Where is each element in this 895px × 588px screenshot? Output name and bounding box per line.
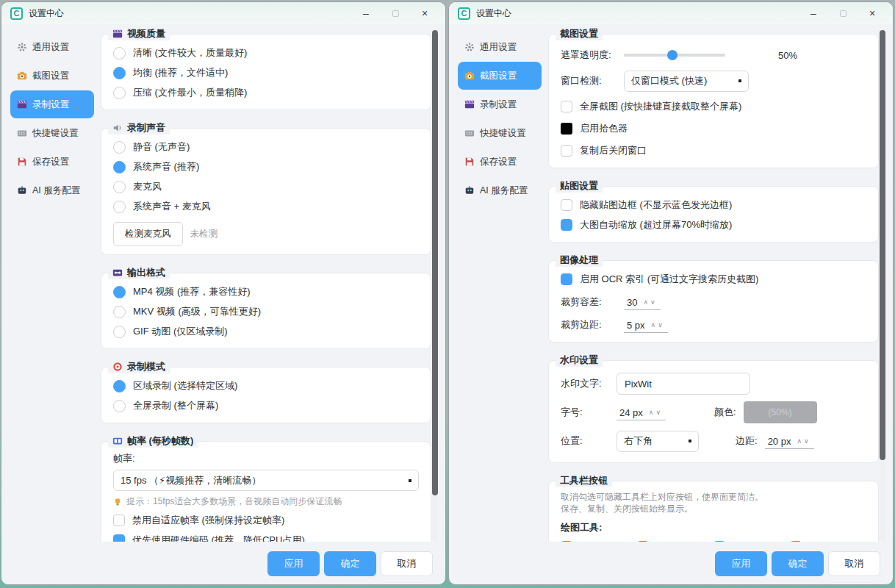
sidebar-item-general[interactable]: 通用设置 bbox=[458, 33, 542, 61]
radio-icon[interactable] bbox=[113, 87, 126, 99]
crop-tolerance-stepper[interactable]: 30∧∨ bbox=[624, 295, 661, 310]
scrollbar-thumb[interactable] bbox=[432, 30, 438, 495]
checkbox-icon[interactable] bbox=[113, 514, 125, 526]
margin-stepper[interactable]: 20 px∧∨ bbox=[765, 434, 814, 449]
checkbox-icon-checked[interactable] bbox=[790, 541, 802, 542]
radio-option[interactable]: 压缩 (文件最小，质量稍降) bbox=[113, 84, 419, 101]
sidebar-item-ai-services[interactable]: AI 服务配置 bbox=[458, 176, 542, 204]
ok-button[interactable]: 确定 bbox=[324, 551, 376, 576]
position-select[interactable]: 右下角 bbox=[617, 431, 699, 452]
apply-button[interactable]: 应用 bbox=[267, 551, 320, 576]
radio-icon[interactable] bbox=[113, 141, 126, 154]
sidebar-item-screenshot[interactable]: 截图设置 bbox=[458, 62, 542, 90]
radio-option[interactable]: 均衡 (推荐，文件适中) bbox=[113, 64, 419, 82]
checkbox-option[interactable]: 禁用自适应帧率 (强制保持设定帧率) bbox=[113, 512, 419, 529]
detect-microphone-button[interactable]: 检测麦克风 bbox=[113, 222, 183, 246]
radio-icon-selected[interactable] bbox=[113, 161, 126, 173]
radio-option[interactable]: 区域录制 (选择特定区域) bbox=[113, 377, 419, 395]
checkbox-option[interactable]: 优先使用硬件编码 (推荐，降低CPU占用) bbox=[113, 531, 419, 542]
radio-option[interactable]: GIF 动图 (仅区域录制) bbox=[113, 323, 419, 340]
radio-option[interactable]: 麦克风 bbox=[113, 178, 419, 196]
slider-thumb[interactable] bbox=[667, 50, 677, 60]
watermark-color-button[interactable]: (50%) bbox=[744, 401, 817, 423]
radio-option[interactable]: 系统声音 (推荐) bbox=[113, 158, 419, 176]
sidebar-item-save[interactable]: 保存设置 bbox=[10, 148, 94, 176]
vertical-scrollbar[interactable] bbox=[880, 29, 885, 540]
color-swatch[interactable] bbox=[561, 123, 572, 135]
checkbox-icon-checked[interactable] bbox=[113, 534, 125, 542]
checkbox-option[interactable]: 隐藏贴图边框 (不显示蓝色发光边框) bbox=[561, 196, 866, 214]
tool-checkbox-arrow[interactable]: 箭头 bbox=[561, 540, 637, 542]
checkbox-icon-checked[interactable] bbox=[561, 219, 572, 231]
checkbox-icon[interactable] bbox=[561, 199, 572, 211]
apply-button[interactable]: 应用 bbox=[715, 551, 767, 576]
sidebar-item-save[interactable]: 保存设置 bbox=[458, 148, 542, 176]
radio-option[interactable]: MP4 视频 (推荐，兼容性好) bbox=[113, 283, 419, 301]
window-detect-select[interactable]: 仅窗口模式 (快速) bbox=[624, 71, 749, 92]
tool-checkbox-rectangle[interactable]: 矩形 bbox=[714, 540, 790, 542]
checkbox-option[interactable]: 启用 OCR 索引 (可通过文字搜索历史截图) bbox=[561, 270, 866, 288]
checkbox-icon[interactable] bbox=[561, 101, 572, 112]
minimize-button[interactable]: – bbox=[351, 3, 381, 24]
spin-up-icon[interactable]: ∧ bbox=[651, 321, 658, 329]
close-button[interactable]: × bbox=[858, 3, 887, 24]
radio-icon[interactable] bbox=[113, 47, 126, 60]
tool-checkbox-pen[interactable]: 画笔 bbox=[637, 540, 714, 542]
checkbox-icon-checked[interactable] bbox=[637, 541, 649, 542]
section-title: 帧率 (每秒帧数) bbox=[108, 434, 198, 448]
titlebar[interactable]: C 设置中心 – × bbox=[1, 2, 445, 24]
spin-down-icon[interactable]: ∨ bbox=[804, 437, 811, 445]
radio-icon[interactable] bbox=[113, 181, 126, 193]
spin-up-icon[interactable]: ∧ bbox=[797, 437, 804, 445]
radio-icon-selected[interactable] bbox=[113, 67, 126, 79]
vertical-scrollbar[interactable] bbox=[432, 29, 438, 540]
radio-icon[interactable] bbox=[113, 201, 126, 213]
radio-option[interactable]: MKV 视频 (高级，可靠性更好) bbox=[113, 303, 419, 320]
radio-icon[interactable] bbox=[113, 326, 126, 338]
radio-option[interactable]: 全屏录制 (整个屏幕) bbox=[113, 397, 419, 415]
mask-opacity-slider[interactable] bbox=[624, 54, 725, 57]
radio-icon-selected[interactable] bbox=[113, 380, 126, 392]
radio-option[interactable]: 清晰 (文件较大，质量最好) bbox=[113, 44, 419, 62]
framerate-select[interactable]: 15 fps （⚡视频推荐，清晰流畅） bbox=[113, 470, 419, 491]
cancel-button[interactable]: 取消 bbox=[381, 551, 433, 576]
scrollbar-thumb[interactable] bbox=[880, 30, 885, 460]
ok-button[interactable]: 确定 bbox=[772, 551, 824, 576]
checkbox-icon-checked[interactable] bbox=[714, 541, 725, 542]
tool-checkbox-circle[interactable]: 圆形 bbox=[790, 540, 866, 542]
color-picker-option[interactable]: 启用拾色器 bbox=[561, 120, 866, 137]
radio-icon[interactable] bbox=[113, 400, 126, 412]
cancel-button[interactable]: 取消 bbox=[828, 551, 880, 576]
checkbox-icon-checked[interactable] bbox=[561, 541, 572, 542]
sidebar-item-screenshot[interactable]: 截图设置 bbox=[10, 62, 94, 90]
spin-down-icon[interactable]: ∨ bbox=[658, 321, 665, 329]
radio-icon-selected[interactable] bbox=[113, 286, 126, 298]
radio-option[interactable]: 静音 (无声音) bbox=[113, 138, 419, 156]
sidebar-item-recording[interactable]: 录制设置 bbox=[458, 90, 542, 118]
spin-up-icon[interactable]: ∧ bbox=[643, 298, 650, 306]
checkbox-option[interactable]: 大图自动缩放 (超过屏幕70%时缩放) bbox=[561, 216, 866, 234]
checkbox-icon-checked[interactable] bbox=[561, 273, 572, 285]
minimize-button[interactable]: – bbox=[799, 3, 828, 24]
radio-option[interactable]: 系统声音 + 麦克风 bbox=[113, 198, 419, 215]
titlebar[interactable]: C 设置中心 – × bbox=[449, 2, 893, 24]
font-size-stepper[interactable]: 24 px∧∨ bbox=[617, 405, 666, 420]
close-button[interactable]: × bbox=[410, 3, 439, 24]
spin-down-icon[interactable]: ∨ bbox=[655, 409, 663, 416]
checkbox-option[interactable]: 全屏截图 (按快捷键直接截取整个屏幕) bbox=[561, 98, 866, 115]
sidebar-item-label: 快捷键设置 bbox=[480, 127, 526, 140]
radio-icon[interactable] bbox=[113, 306, 126, 318]
checkbox-icon[interactable] bbox=[561, 145, 572, 157]
maximize-button[interactable] bbox=[828, 3, 858, 24]
sidebar-item-hotkeys[interactable]: 快捷键设置 bbox=[10, 119, 94, 147]
maximize-button[interactable] bbox=[381, 3, 410, 24]
spin-down-icon[interactable]: ∨ bbox=[650, 298, 658, 306]
checkbox-option[interactable]: 复制后关闭窗口 bbox=[561, 142, 866, 159]
sidebar-item-ai-services[interactable]: AI 服务配置 bbox=[10, 176, 94, 204]
crop-margin-stepper[interactable]: 5 px∧∨ bbox=[624, 318, 668, 333]
spin-up-icon[interactable]: ∧ bbox=[649, 409, 656, 416]
watermark-text-input[interactable] bbox=[617, 373, 750, 395]
sidebar-item-hotkeys[interactable]: 快捷键设置 bbox=[458, 119, 542, 147]
sidebar-item-general[interactable]: 通用设置 bbox=[10, 33, 94, 61]
sidebar-item-recording[interactable]: 录制设置 bbox=[10, 90, 94, 118]
